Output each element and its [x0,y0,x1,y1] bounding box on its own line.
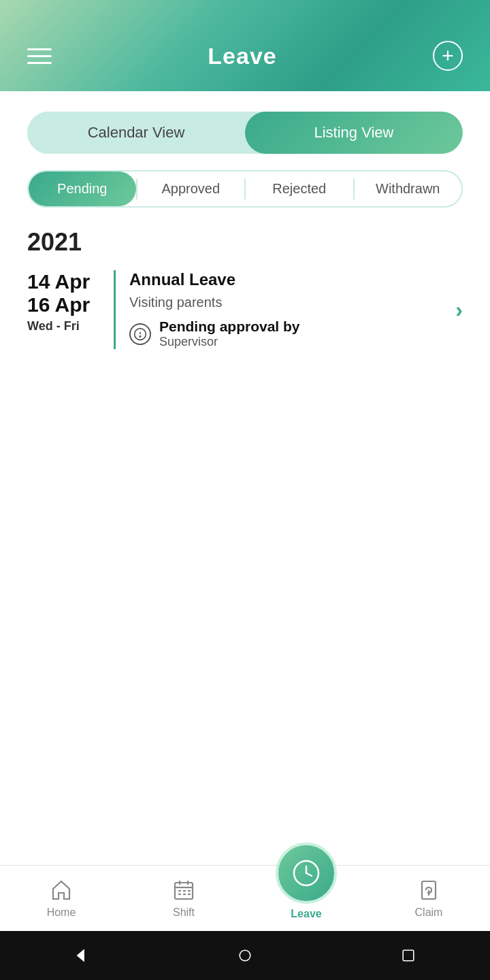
android-recent-button[interactable] [396,943,421,968]
tab-approved[interactable]: Approved [137,172,245,206]
shift-icon [172,878,196,902]
status-text-block: Pending approval by Supervisor [159,318,300,349]
page-title: Leave [208,43,276,69]
android-home-button[interactable] [233,943,257,968]
svg-line-15 [306,873,312,876]
bottom-navigation: Home Shift Leave [0,865,490,931]
leave-list-item[interactable]: 14 Apr 16 Apr Wed - Fri Annual Leave Vis… [27,270,463,349]
svg-rect-21 [403,950,414,961]
nav-shift-label: Shift [173,906,195,919]
main-content: Calendar View Listing View Pending Appro… [0,91,490,865]
svg-marker-19 [78,950,84,961]
leave-day-range: Wed - Fri [27,319,80,333]
listing-view-button[interactable]: Listing View [245,112,463,154]
android-nav-bar [0,931,490,980]
leave-detail-chevron[interactable]: › [448,297,463,323]
android-back-button[interactable] [69,943,94,968]
app-header: Leave + [0,0,490,91]
calendar-view-button[interactable]: Calendar View [27,112,245,154]
tab-withdrawn[interactable]: Withdrawn [355,172,462,206]
year-label: 2021 [27,228,463,257]
tab-pending[interactable]: Pending [29,172,136,206]
tab-rejected[interactable]: Rejected [246,172,353,206]
leave-end-date: 16 Apr [27,293,90,316]
leave-center-circle [276,843,337,904]
leave-status: Pending approval by Supervisor [129,318,435,349]
add-leave-button[interactable]: + [433,41,463,71]
claim-icon [416,878,441,902]
menu-button[interactable] [27,48,52,64]
leave-clock-icon [291,858,321,888]
view-toggle: Calendar View Listing View [27,112,463,154]
nav-claim-label: Claim [415,906,443,919]
home-icon [49,878,74,902]
pending-icon [129,323,151,345]
nav-item-leave[interactable]: Leave [245,843,368,920]
leave-type: Annual Leave [129,270,435,289]
svg-point-2 [140,336,141,337]
leave-info: Annual Leave Visiting parents Pending ap… [129,270,435,349]
leave-reason: Visiting parents [129,295,435,310]
nav-item-claim[interactable]: Claim [368,878,490,919]
status-main-text: Pending approval by [159,318,300,335]
leave-dates: 14 Apr 16 Apr Wed - Fri [27,270,116,349]
nav-leave-label: Leave [291,908,321,920]
status-sub-text: Supervisor [159,335,300,349]
status-tabs: Pending Approved Rejected Withdrawn [27,170,463,208]
nav-item-home[interactable]: Home [0,878,122,919]
svg-point-20 [240,950,250,961]
nav-home-label: Home [47,906,76,919]
nav-item-shift[interactable]: Shift [122,878,245,919]
leave-start-date: 14 Apr [27,270,90,293]
